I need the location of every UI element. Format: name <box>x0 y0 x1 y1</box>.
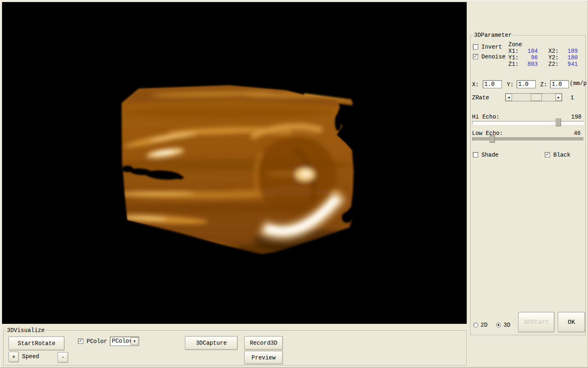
invert-label: Invert <box>481 44 502 50</box>
capture-3d-button[interactable]: 3DCapture <box>185 336 238 350</box>
zone-row-y: Y1:96Y2:180 <box>508 54 578 61</box>
denoise-checkbox[interactable]: ✓ Denoise <box>473 54 506 60</box>
zrate-scrollbar[interactable]: ◄ ► <box>505 93 562 101</box>
mode-2d-label: 2D <box>481 322 488 328</box>
zone-x2-label: X2: <box>548 48 561 54</box>
zone-readout: Zone X1:104X2:189 Y1:96Y2:180 Z1:803Z2:9… <box>508 41 578 67</box>
low-echo-label: Low Echo: <box>472 130 503 137</box>
pcolor-dropdown[interactable]: PColor ▼ <box>110 337 139 346</box>
zone-x1-label: X1: <box>508 48 521 54</box>
mode-3d-radio[interactable]: 3D <box>496 322 510 328</box>
speed-label: Speed <box>22 353 39 360</box>
scale-z-input[interactable] <box>550 80 569 88</box>
denoise-label: Denoise <box>481 54 506 60</box>
render-viewport[interactable] <box>2 2 467 324</box>
visualize-panel: 3DVisualize StartRotate ✓ PColor PColor … <box>3 330 467 366</box>
hi-echo-slider-thumb[interactable] <box>556 119 561 126</box>
mode-2d-radio[interactable]: 2D <box>473 322 488 328</box>
black-checkbox[interactable]: ✓ Black <box>545 152 570 158</box>
zone-z1-value: 803 <box>521 61 538 67</box>
denoise-checkbox-box[interactable]: ✓ <box>473 54 478 59</box>
dropdown-arrow-icon[interactable]: ▼ <box>131 337 138 345</box>
black-checkbox-box[interactable]: ✓ <box>545 152 550 157</box>
pcolor-dropdown-value: PColor <box>112 338 132 344</box>
scale-y-input[interactable] <box>517 80 536 88</box>
start-rotate-button[interactable]: StartRotate <box>9 337 65 350</box>
pcolor-label: PColor <box>87 338 107 345</box>
low-echo-slider-track[interactable] <box>472 137 584 141</box>
shade-checkbox[interactable]: ✓ Shade <box>473 152 499 158</box>
zone-y1-value: 96 <box>521 54 538 61</box>
zone-y2-value: 180 <box>561 54 578 61</box>
hi-echo-value: 198 <box>571 114 581 120</box>
zone-y1-label: Y1: <box>508 54 521 61</box>
check-icon: ✓ <box>546 152 549 157</box>
shade-label: Shade <box>481 152 499 158</box>
low-echo-slider-thumb[interactable] <box>490 135 495 143</box>
preview-button[interactable]: Preview <box>244 351 283 364</box>
invert-checkbox-box[interactable]: ✓ <box>473 44 478 49</box>
start3d-button[interactable]: 3DStart <box>518 312 555 332</box>
visualize-panel-title: 3DVisualize <box>6 327 46 334</box>
invert-checkbox[interactable]: ✓ Invert <box>473 44 502 50</box>
scale-x-label: X: <box>472 81 479 88</box>
zone-row-z: Z1:803Z2:941 <box>508 61 578 67</box>
parameter-panel-title: 3DParameter <box>473 32 513 38</box>
shade-checkbox-box[interactable]: ✓ <box>473 152 478 157</box>
zone-z1-label: Z1: <box>508 61 521 67</box>
scale-unit-label: (mm/p) <box>570 80 588 87</box>
speed-plus-button[interactable]: + <box>9 352 19 362</box>
zrate-left-arrow-icon[interactable]: ◄ <box>506 94 512 101</box>
ultrasound-volume-render <box>2 2 467 324</box>
scale-y-label: Y: <box>507 81 514 88</box>
ok-button[interactable]: OK <box>558 312 585 332</box>
zrate-label: ZRate <box>472 94 489 101</box>
scale-x-input[interactable] <box>483 80 502 88</box>
speed-minus-button[interactable]: - <box>58 352 68 363</box>
pcolor-checkbox-box[interactable]: ✓ <box>78 339 83 344</box>
zone-x2-value: 189 <box>561 48 578 54</box>
check-icon: ✓ <box>79 339 82 343</box>
hi-echo-slider-track[interactable] <box>472 121 584 125</box>
mode-3d-label: 3D <box>503 322 510 328</box>
zrate-right-arrow-icon[interactable]: ► <box>555 94 562 101</box>
zone-z2-label: Z2: <box>548 61 561 67</box>
scale-z-label: Z: <box>540 81 547 88</box>
check-icon: ✓ <box>474 54 477 59</box>
zrate-thumb[interactable] <box>531 94 542 101</box>
pcolor-checkbox[interactable]: ✓ PColor <box>78 338 107 344</box>
zone-z2-value: 941 <box>561 61 578 67</box>
app-window: 3DParameter ✓ Invert ✓ Denoise Zone X1:1… <box>0 0 588 368</box>
zone-title: Zone <box>508 41 578 48</box>
parameter-panel: 3DParameter ✓ Invert ✓ Denoise Zone X1:1… <box>470 35 586 335</box>
zrate-value: 1 <box>570 94 574 101</box>
record-3d-button[interactable]: Record3D <box>244 336 283 350</box>
mode-2d-radio-circle[interactable] <box>473 323 478 328</box>
black-label: Black <box>553 152 570 158</box>
zone-y2-label: Y2: <box>548 54 561 61</box>
mode-3d-radio-circle[interactable] <box>496 323 501 328</box>
zone-row-x: X1:104X2:189 <box>508 48 578 54</box>
zone-x1-value: 104 <box>521 48 538 54</box>
hi-echo-label: Hi Echo: <box>472 114 499 120</box>
low-echo-value: 46 <box>574 130 581 137</box>
